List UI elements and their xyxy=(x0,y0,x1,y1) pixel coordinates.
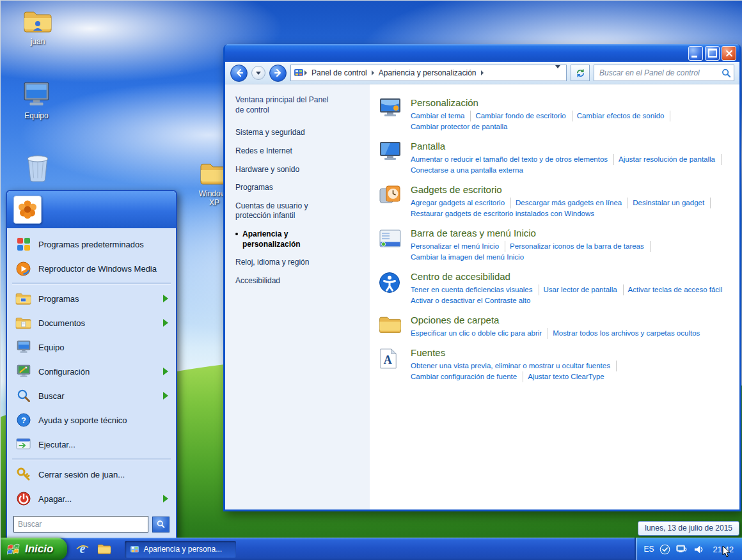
start-menu-item-programas-predeterminados[interactable]: Programas predeterminados xyxy=(7,232,176,256)
section-barra-de-tareas: Barra de tareas y menú Inicio Personaliz… xyxy=(379,228,728,263)
section-title[interactable]: Opciones de carpeta xyxy=(411,315,728,325)
task-link[interactable]: Cambiar fondo de escritorio xyxy=(475,111,572,121)
start-menu-item-buscar[interactable]: Buscar xyxy=(7,384,176,408)
start-menu-item-programas[interactable]: Programas xyxy=(7,286,176,311)
ease-of-access-icon[interactable] xyxy=(379,271,403,306)
forward-button[interactable] xyxy=(269,65,287,82)
status-tray-icon[interactable] xyxy=(659,544,670,555)
control-panel-sidebar: Ventana principal del Panel de control S… xyxy=(225,84,370,509)
sidebar-item-accesibilidad[interactable]: Accesibilidad xyxy=(235,276,336,286)
start-menu-item-label: Reproductor de Windows Media xyxy=(38,264,157,274)
desktop-icon-equipo[interactable]: Equipo xyxy=(10,81,63,121)
taskbar-task-button[interactable]: Apariencia y persona... xyxy=(125,541,236,558)
breadcrumb-item-root[interactable]: Panel de control xyxy=(308,68,371,77)
breadcrumb-arrow-icon xyxy=(372,70,374,75)
section-title[interactable]: Gadgets de escritorio xyxy=(411,184,728,195)
task-link[interactable]: Cambiar efectos de sonido xyxy=(577,111,671,121)
start-menu-item-equipo[interactable]: Equipo xyxy=(7,335,176,359)
section-title[interactable]: Centro de accesibilidad xyxy=(411,271,728,282)
sidebar-item-apariencia-y-personalizacion[interactable]: Apariencia y personalización xyxy=(235,229,343,249)
sidebar-home-link[interactable]: Ventana principal del Panel de control xyxy=(235,95,333,115)
title-bar[interactable] xyxy=(225,44,739,62)
task-link[interactable]: Personalizar el menú Inicio xyxy=(411,241,505,252)
start-menu-item-reproductor-windows-media[interactable]: Reproductor de Windows Media xyxy=(7,256,176,281)
start-button[interactable]: Inicio xyxy=(1,538,67,560)
help-icon: ? xyxy=(15,412,32,429)
sidebar-item-cuentas-de-usuario[interactable]: Cuentas de usuario y protección infantil xyxy=(235,201,336,221)
task-link[interactable]: Descargar más gadgets en línea xyxy=(516,198,628,208)
close-button[interactable] xyxy=(722,46,736,61)
display-tray-icon[interactable] xyxy=(676,545,688,554)
desktop-icon-juan[interactable]: juan xyxy=(11,10,65,47)
windows-flower-logo-icon xyxy=(13,196,42,224)
section-title[interactable]: Barra de tareas y menú Inicio xyxy=(411,228,728,238)
task-link[interactable]: Cambiar protector de pantalla xyxy=(411,121,514,132)
breadcrumb-dropdown-button[interactable] xyxy=(552,68,564,77)
task-link[interactable]: Cambiar la imagen del menú Inicio xyxy=(411,252,530,263)
task-link[interactable]: Desinstalar un gadget xyxy=(633,198,711,208)
taskbar-start-menu-icon[interactable] xyxy=(379,228,403,263)
control-panel-search-input[interactable] xyxy=(598,68,722,78)
task-link[interactable]: Usar lector de pantalla xyxy=(544,284,624,295)
task-link[interactable]: Obtener una vista previa, eliminar o mos… xyxy=(411,361,617,371)
task-link[interactable]: Cambiar configuración de fuente xyxy=(411,371,523,382)
recent-pages-button[interactable] xyxy=(251,66,265,80)
search-icon xyxy=(15,387,32,405)
task-link[interactable]: Especificar un clic o doble clic para ab… xyxy=(411,328,548,339)
start-menu-item-ejecutar[interactable]: Ejecutar... xyxy=(7,432,176,456)
start-menu-item-cerrar-sesion[interactable]: Cerrar sesión de juan... xyxy=(7,462,176,486)
task-link[interactable]: Activar o desactivar el Contraste alto xyxy=(411,295,536,306)
task-link[interactable]: Tener en cuenta deficiencias visuales xyxy=(411,284,539,295)
refresh-button[interactable] xyxy=(571,65,590,81)
desktop-icon-label: juan xyxy=(31,38,45,47)
fonts-icon[interactable]: A xyxy=(379,347,403,382)
search-icon xyxy=(157,520,165,529)
start-menu-item-documentos[interactable]: Documentos xyxy=(7,311,176,335)
task-link[interactable]: Cambiar el tema xyxy=(411,111,471,121)
start-menu-item-label: Ayuda y soporte técnico xyxy=(38,416,127,425)
sidebar-item-redes-e-internet[interactable]: Redes e Internet xyxy=(235,146,336,157)
windows-media-player-icon xyxy=(15,260,32,277)
volume-icon[interactable] xyxy=(693,545,704,554)
section-title[interactable]: Fuentes xyxy=(411,347,728,358)
maximize-button[interactable] xyxy=(705,46,720,61)
sidebar-item-reloj-idioma-region[interactable]: Reloj, idioma y región xyxy=(235,258,336,268)
breadcrumb[interactable]: Panel de control Apariencia y personaliz… xyxy=(290,65,567,81)
task-link[interactable]: Aumentar o reducir el tamaño del texto y… xyxy=(411,154,614,165)
folder-options-icon[interactable] xyxy=(379,315,403,339)
sidebar-item-sistema-y-seguridad[interactable]: Sistema y seguridad xyxy=(235,128,336,138)
internet-explorer-icon[interactable]: e xyxy=(75,541,90,557)
task-link[interactable]: Mostrar todos los archivos y carpetas oc… xyxy=(553,328,706,339)
start-menu-item-ayuda[interactable]: ? Ayuda y soporte técnico xyxy=(7,408,176,432)
task-link[interactable]: Activar teclas de acceso fácil xyxy=(628,284,728,295)
task-link[interactable]: Agregar gadgets al escritorio xyxy=(411,198,511,208)
minimize-icon xyxy=(691,56,697,58)
section-title[interactable]: Pantalla xyxy=(411,141,728,152)
start-search-input[interactable] xyxy=(13,516,148,533)
desktop-gadgets-icon[interactable] xyxy=(379,184,403,219)
breadcrumb-item-current[interactable]: Apariencia y personalización xyxy=(375,68,480,77)
clock[interactable]: 21:42 xyxy=(713,545,734,554)
section-accesibilidad: Centro de accesibilidad Tener en cuenta … xyxy=(379,271,728,306)
search-icon[interactable] xyxy=(722,68,731,78)
sidebar-item-programas[interactable]: Programas xyxy=(235,183,336,193)
sidebar-item-hardware-y-sonido[interactable]: Hardware y sonido xyxy=(235,165,336,175)
task-link[interactable]: Ajustar resolución de pantalla xyxy=(619,154,722,165)
task-link[interactable]: Ajustar texto ClearType xyxy=(528,371,610,382)
task-link[interactable]: Personalizar iconos de la barra de tarea… xyxy=(510,241,651,252)
task-link[interactable]: Restaurar gadgets de escritorio instalad… xyxy=(411,208,600,219)
start-search-button[interactable] xyxy=(152,517,170,533)
desktop-icon-recycle-bin[interactable] xyxy=(11,153,65,186)
folder-quicklaunch-icon[interactable] xyxy=(97,541,112,557)
start-menu-item-configuracion[interactable]: Configuración xyxy=(7,359,176,384)
language-indicator[interactable]: ES xyxy=(643,545,654,554)
close-icon xyxy=(725,49,733,57)
minimize-button[interactable] xyxy=(688,46,703,61)
back-button[interactable] xyxy=(230,65,248,82)
task-link[interactable]: Conectarse a una pantalla externa xyxy=(411,165,529,176)
section-title[interactable]: Personalización xyxy=(411,97,728,108)
start-menu-item-apagar[interactable]: Apagar... xyxy=(7,486,176,511)
display-icon[interactable] xyxy=(379,141,403,176)
section-fuentes: A Fuentes Obtener una vista previa, elim… xyxy=(379,347,728,382)
personalization-icon[interactable] xyxy=(379,97,403,132)
